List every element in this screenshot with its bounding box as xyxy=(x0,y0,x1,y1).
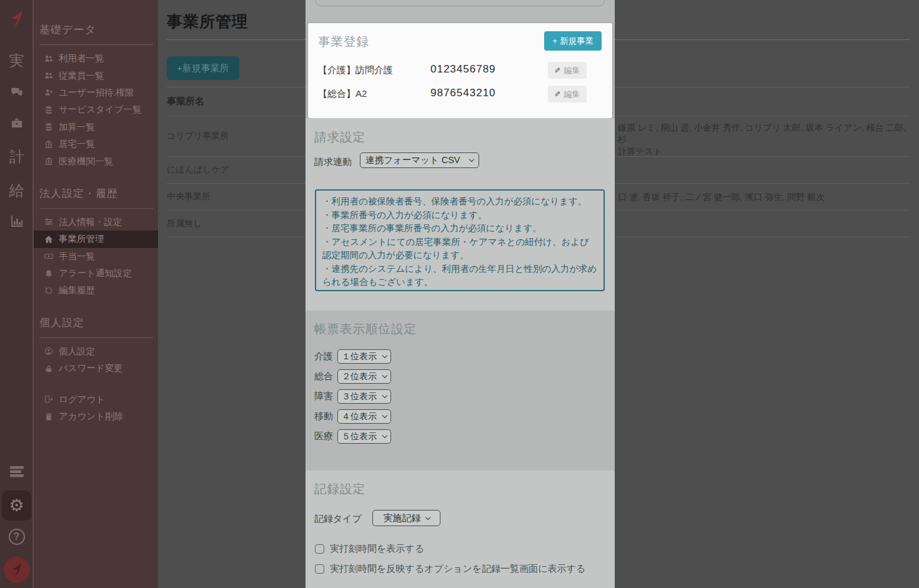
order-row-sogo: 総合 ２位表示 xyxy=(314,369,391,384)
checkbox-row-show-actual-time: 実打刻時間を表示する xyxy=(315,543,424,555)
select-value: 実施記録 xyxy=(384,512,421,524)
chevron-down-icon xyxy=(382,413,387,418)
chevron-down-icon xyxy=(382,393,387,398)
rail-item-jitsu[interactable]: 実 xyxy=(0,52,33,69)
chevron-down-icon xyxy=(382,433,387,438)
stack-icon xyxy=(44,122,53,131)
office-name-input[interactable] xyxy=(315,0,605,6)
order-row-ido: 移動 ４位表示 xyxy=(314,409,391,424)
sidebar-item-allowance-list[interactable]: 手当一覧 xyxy=(34,248,158,265)
section-title-business-registration: 事業登録 xyxy=(318,33,369,50)
pencil-icon: ✎ xyxy=(554,90,560,99)
user-circle-icon xyxy=(44,347,53,356)
order-label: 医療 xyxy=(314,431,337,442)
stack-icon xyxy=(44,106,53,114)
bar-chart-icon[interactable] xyxy=(0,214,33,229)
gear-icon: ⚙ xyxy=(9,497,24,514)
home-icon xyxy=(44,235,53,244)
user-avatar[interactable] xyxy=(0,556,33,584)
edit-label: 編集 xyxy=(564,89,580,100)
section-title-record: 記録設定 xyxy=(314,481,365,497)
sidebar-item-label: 居宅一覧 xyxy=(59,138,95,150)
billing-link-label: 請求連動 xyxy=(314,156,352,168)
sidebar-item-residences-list[interactable]: 居宅一覧 xyxy=(34,136,158,152)
order-label: 障害 xyxy=(314,391,337,402)
sidebar-item-label: 医療機関一覧 xyxy=(59,156,113,167)
sidebar-item-label: 個人設定 xyxy=(59,346,95,357)
sidebar-item-employees-list[interactable]: 従業員一覧 xyxy=(34,67,158,84)
business-registration-card: 事業登録 + 新規事業 【介護】訪問介護 0123456789 ✎ 編集 【総合… xyxy=(308,23,612,118)
sidebar-item-service-types[interactable]: サービスタイプ一覧 xyxy=(34,101,158,118)
chevron-down-icon xyxy=(382,373,387,378)
edit-business-button[interactable]: ✎ 編集 xyxy=(548,86,587,102)
chevron-down-icon xyxy=(469,157,474,162)
help-button[interactable]: ? xyxy=(0,528,33,546)
sidebar-item-edit-history[interactable]: 編集履歴 xyxy=(34,282,158,299)
sidebar-item-change-password[interactable]: パスワード変更 xyxy=(34,360,158,377)
sidebar-item-label: ログアウト xyxy=(59,394,105,406)
record-type-select[interactable]: 実施記録 xyxy=(372,510,440,526)
select-value: ３位表示 xyxy=(342,391,377,402)
sidebar-item-label: アラート通知設定 xyxy=(59,267,132,279)
office-name: 中央事業所 xyxy=(167,191,211,202)
logout-icon xyxy=(44,395,53,404)
chat-icon[interactable] xyxy=(0,84,33,99)
checkbox-reflect-actual-time[interactable] xyxy=(315,564,324,574)
sidebar-item-additions-list[interactable]: 加算一覧 xyxy=(34,119,158,136)
checkbox-show-actual-time[interactable] xyxy=(315,544,324,554)
chevron-down-icon xyxy=(382,353,387,358)
user-plus-icon xyxy=(44,88,53,97)
page-title: 事業所管理 xyxy=(167,11,248,32)
billing-format-select[interactable]: 連携フォーマット CSV xyxy=(360,152,479,168)
sidebar-section-personal: 個人設定 xyxy=(39,316,158,330)
select-value: ５位表示 xyxy=(342,431,377,442)
edit-label: 編集 xyxy=(564,65,580,76)
order-row-shogai: 障害 ３位表示 xyxy=(314,389,391,404)
business-row: 【総合】A2 9876543210 ✎ 編集 xyxy=(308,86,612,103)
business-label: 【総合】A2 xyxy=(318,88,367,100)
office-name: コリブリ事業所 xyxy=(167,131,229,142)
order-label: 総合 xyxy=(314,371,337,382)
sidebar-item-delete-account[interactable]: アカウント削除 xyxy=(34,408,158,425)
new-office-button[interactable]: +新規事業所 xyxy=(167,56,239,80)
order-label: 移動 xyxy=(314,411,337,422)
order-select-iryo[interactable]: ５位表示 xyxy=(337,429,391,444)
sidebar-item-alert-settings[interactable]: アラート通知設定 xyxy=(34,265,158,282)
money-icon xyxy=(44,252,53,261)
checkbox-label: 実打刻時間を反映するオプションを記録一覧画面に表示する xyxy=(330,563,585,575)
bank-icon xyxy=(44,157,53,166)
sidebar-item-label: 編集履歴 xyxy=(59,284,95,296)
office-users: 鎌原 レミ, 桐山 遥, 小金井 秀作, コリブリ 太郎, 坂本 ライアン, 桜… xyxy=(618,122,910,157)
order-select-ido[interactable]: ４位表示 xyxy=(337,409,391,424)
avatar-bird-icon xyxy=(4,557,30,583)
sidebar-item-logout[interactable]: ログアウト xyxy=(34,391,158,407)
question-mark-icon: ? xyxy=(9,529,25,545)
office-name: 所属無し xyxy=(167,218,202,229)
order-select-sogo[interactable]: ２位表示 xyxy=(337,369,391,384)
briefcase-icon[interactable] xyxy=(0,116,33,131)
order-select-kaigo[interactable]: １位表示 xyxy=(337,349,391,364)
trash-icon xyxy=(44,412,53,421)
select-value: 連携フォーマット CSV xyxy=(365,154,460,166)
rail-item-kei[interactable]: 計 xyxy=(0,149,33,165)
order-row-kaigo: 介護 １位表示 xyxy=(314,349,391,364)
sidebar-item-label: アカウント削除 xyxy=(59,411,123,422)
sidebar-item-label: 利用者一覧 xyxy=(59,52,104,64)
sidebar-item-personal-settings[interactable]: 個人設定 xyxy=(34,343,158,360)
sidebar-item-office-management[interactable]: 事業所管理 xyxy=(34,231,158,247)
order-select-shogai[interactable]: ３位表示 xyxy=(337,389,391,404)
sidebar-menu: 基礎データ 利用者一覧 従業員一覧 ユーザー招待.権限 サービスタイプ一覧 加算… xyxy=(34,0,158,588)
sidebar-item-label: 従業員一覧 xyxy=(59,70,104,82)
app-logo-bird-icon xyxy=(0,9,33,30)
server-rows-icon[interactable] xyxy=(0,465,33,479)
rail-item-kyu[interactable]: 給 xyxy=(0,182,33,199)
sidebar-item-user-invite[interactable]: ユーザー招待.権限 xyxy=(34,84,158,101)
new-business-button[interactable]: + 新規事業 xyxy=(544,31,602,51)
sidebar-item-users-list[interactable]: 利用者一覧 xyxy=(34,50,158,67)
checkbox-row-reflect-actual-time: 実打刻時間を反映するオプションを記録一覧画面に表示する xyxy=(315,563,585,575)
sidebar-item-label: 加算一覧 xyxy=(59,121,95,133)
sidebar-item-corporate-info[interactable]: 法人情報・設定 xyxy=(34,214,158,231)
sidebar-item-medical-institutions[interactable]: 医療機関一覧 xyxy=(34,152,158,169)
edit-business-button[interactable]: ✎ 編集 xyxy=(548,62,587,79)
settings-gear-button[interactable]: ⚙ xyxy=(2,491,31,521)
